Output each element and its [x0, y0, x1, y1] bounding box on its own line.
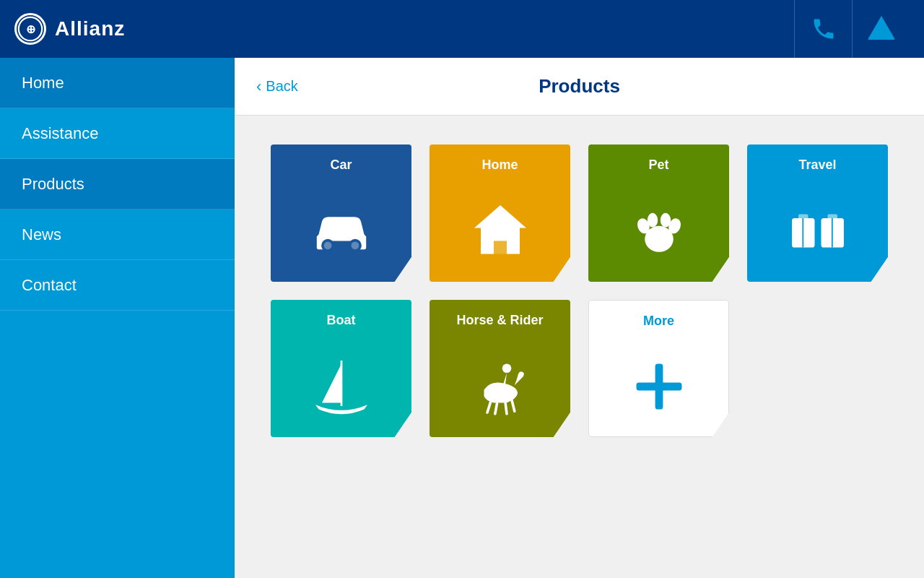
- logo-text: Allianz: [55, 17, 125, 40]
- svg-rect-12: [494, 241, 507, 254]
- content-header: ‹ Back Products: [235, 58, 924, 116]
- sidebar-item-home[interactable]: Home: [0, 58, 235, 108]
- plus-icon: [627, 336, 692, 436]
- main-container: Home Assistance Products News Contact ‹ …: [0, 58, 924, 578]
- product-tile-more[interactable]: More: [588, 300, 729, 437]
- product-tile-pet[interactable]: Pet: [588, 144, 729, 282]
- product-tile-horse[interactable]: Horse & Rider: [430, 300, 570, 437]
- product-tile-travel[interactable]: Travel: [747, 144, 888, 282]
- boat-label: Boat: [327, 313, 356, 328]
- boat-icon: [309, 335, 374, 437]
- back-button[interactable]: ‹ Back: [256, 77, 298, 96]
- svg-line-30: [512, 400, 515, 410]
- luggage-icon: [785, 180, 850, 282]
- paw-icon: [627, 180, 692, 282]
- products-grid: Car Home: [235, 116, 924, 578]
- phone-button[interactable]: [794, 0, 852, 58]
- products-row-1: Car Home: [271, 144, 888, 282]
- svg-line-27: [487, 402, 491, 412]
- content-area: ‹ Back Products Car: [235, 58, 924, 578]
- phone-icon: [811, 16, 837, 42]
- header-action-icons: [794, 0, 910, 58]
- sidebar-item-contact[interactable]: Contact: [0, 260, 235, 311]
- back-label: Back: [266, 78, 297, 95]
- page-title: Products: [539, 75, 620, 98]
- travel-label: Travel: [798, 158, 836, 173]
- products-row-2: Boat Horse & Rider: [271, 300, 888, 437]
- horse-label: Horse & Rider: [456, 313, 543, 328]
- svg-line-28: [494, 403, 497, 413]
- svg-point-6: [323, 241, 331, 249]
- back-chevron-icon: ‹: [256, 77, 261, 96]
- alert-button[interactable]: [852, 0, 910, 58]
- sidebar-item-products[interactable]: Products: [0, 159, 235, 210]
- svg-rect-9: [328, 218, 340, 228]
- car-label: Car: [330, 158, 352, 173]
- product-tile-home[interactable]: Home: [430, 144, 570, 282]
- product-tile-boat[interactable]: Boat: [271, 300, 411, 437]
- svg-text:⊕: ⊕: [26, 22, 35, 35]
- sidebar-item-news[interactable]: News: [0, 210, 235, 260]
- app-header: ⊕ Allianz: [0, 0, 924, 58]
- sidebar: Home Assistance Products News Contact: [0, 58, 235, 578]
- car-icon: [309, 180, 374, 282]
- logo: ⊕ Allianz: [14, 13, 125, 45]
- svg-point-8: [351, 241, 359, 249]
- svg-point-26: [502, 363, 511, 373]
- sidebar-item-assistance[interactable]: Assistance: [0, 108, 235, 159]
- pet-label: Pet: [648, 158, 668, 173]
- svg-rect-32: [636, 382, 681, 390]
- svg-marker-24: [322, 363, 341, 402]
- svg-point-4: [880, 35, 882, 37]
- svg-point-15: [647, 212, 657, 227]
- horse-icon: [468, 335, 533, 437]
- product-tile-car[interactable]: Car: [271, 144, 411, 282]
- svg-line-29: [505, 403, 507, 413]
- more-label: More: [643, 314, 674, 329]
- allianz-logo-icon: ⊕: [14, 13, 46, 45]
- triangle-icon: [868, 16, 894, 42]
- home-icon: [468, 180, 533, 282]
- home-label: Home: [481, 158, 518, 173]
- svg-rect-10: [342, 218, 354, 228]
